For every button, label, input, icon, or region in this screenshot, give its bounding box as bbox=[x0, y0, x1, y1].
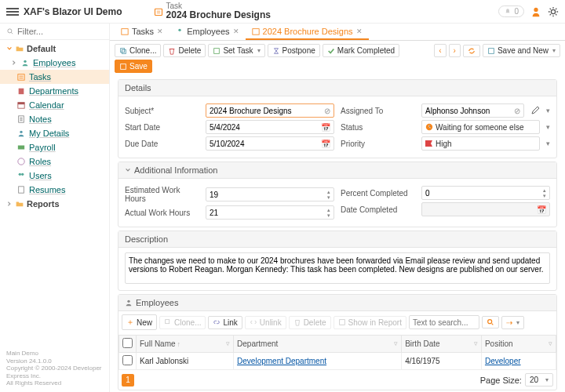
notification-bell[interactable]: 0 bbox=[498, 5, 524, 17]
start-date-field[interactable]: 📅 bbox=[206, 120, 334, 134]
footer: Main Demo Version 24.1.0.0 Copyright © 2… bbox=[0, 345, 109, 392]
svg-rect-11 bbox=[18, 146, 24, 150]
row-checkbox[interactable] bbox=[122, 355, 133, 365]
percent-field[interactable]: ▴▾ bbox=[421, 186, 550, 200]
close-icon[interactable]: ✕ bbox=[356, 27, 363, 35]
people-icon bbox=[125, 299, 133, 307]
table-row[interactable]: Karl Jablonski Development Department 4/… bbox=[119, 353, 556, 370]
tab-brochure[interactable]: 2024 Brochure Designs✕ bbox=[246, 24, 369, 40]
nav-item-users[interactable]: Users bbox=[0, 169, 109, 183]
calendar-icon[interactable]: 📅 bbox=[321, 140, 330, 148]
settings-gear-icon[interactable] bbox=[548, 6, 559, 17]
task-icon bbox=[213, 47, 221, 55]
step-up-icon[interactable]: ▴ bbox=[327, 207, 330, 212]
filter-icon[interactable]: ▿ bbox=[474, 339, 478, 347]
close-icon[interactable]: ✕ bbox=[157, 27, 163, 35]
page-size-select[interactable]: 20▾ bbox=[525, 373, 553, 387]
est-hours-field[interactable]: ▴▾ bbox=[206, 187, 334, 201]
save-new-button[interactable]: Save and New▾ bbox=[483, 44, 560, 57]
step-down-icon[interactable]: ▾ bbox=[327, 212, 330, 218]
select-all-checkbox[interactable] bbox=[122, 338, 133, 348]
assigned-field[interactable]: ⊘ bbox=[421, 103, 524, 118]
nav-item-mydetails[interactable]: My Details bbox=[0, 126, 109, 140]
menu-toggle-icon[interactable] bbox=[6, 6, 19, 17]
calendar-icon[interactable]: 📅 bbox=[321, 123, 330, 132]
clear-icon[interactable]: ⊘ bbox=[324, 107, 330, 115]
nav-group-reports[interactable]: Reports bbox=[0, 197, 109, 211]
bell-icon bbox=[504, 8, 512, 16]
chevron-down-icon bbox=[6, 45, 13, 52]
svg-point-10 bbox=[20, 131, 22, 133]
refresh-icon bbox=[468, 47, 476, 55]
sort-icon: ↑ bbox=[177, 340, 181, 348]
step-down-icon[interactable]: ▾ bbox=[543, 193, 546, 198]
trash-icon bbox=[293, 318, 301, 326]
dropdown-caret-icon[interactable]: ▾ bbox=[546, 107, 550, 114]
filter-icon[interactable]: ▿ bbox=[226, 339, 230, 347]
payroll-icon bbox=[17, 143, 25, 151]
close-icon[interactable]: ✕ bbox=[233, 27, 239, 35]
search-icon bbox=[487, 318, 494, 326]
nav-item-departments[interactable]: Departments bbox=[0, 84, 109, 98]
refresh-button[interactable] bbox=[463, 45, 480, 57]
nav-item-notes[interactable]: Notes bbox=[0, 112, 109, 126]
prev-button[interactable]: ‹ bbox=[434, 44, 446, 57]
dropdown-caret-icon[interactable]: ▾ bbox=[546, 140, 550, 147]
save-button[interactable]: Save bbox=[115, 60, 152, 73]
sidebar-filter-input[interactable] bbox=[17, 27, 103, 36]
tab-employees[interactable]: Employees✕ bbox=[170, 24, 245, 40]
search-button[interactable] bbox=[482, 316, 499, 328]
subject-field[interactable]: ⊘ bbox=[206, 103, 334, 118]
col-fullname[interactable]: Full Name↑▿ bbox=[137, 336, 234, 353]
nav-item-roles[interactable]: Roles bbox=[0, 154, 109, 169]
actual-hours-field[interactable]: ▴▾ bbox=[206, 205, 334, 220]
grid-search-input[interactable] bbox=[413, 318, 476, 327]
dept-link[interactable]: Development Department bbox=[237, 357, 326, 365]
set-task-button[interactable]: Set Task▾ bbox=[208, 44, 264, 57]
new-button[interactable]: ＋New bbox=[122, 314, 157, 330]
export-button[interactable]: ⇢▾ bbox=[501, 316, 524, 329]
nav-item-tasks[interactable]: Tasks bbox=[0, 70, 109, 84]
link-button[interactable]: Link bbox=[208, 316, 242, 329]
nav-group-default[interactable]: Default bbox=[0, 42, 109, 56]
priority-field[interactable]: High bbox=[421, 136, 540, 151]
link-icon bbox=[213, 318, 221, 326]
position-link[interactable]: Developer bbox=[485, 357, 521, 365]
nav-item-resumes[interactable]: Resumes bbox=[0, 183, 109, 197]
mark-completed-button[interactable]: Mark Completed bbox=[323, 44, 399, 57]
postpone-button[interactable]: Postpone bbox=[268, 44, 320, 57]
step-down-icon[interactable]: ▾ bbox=[327, 194, 330, 200]
col-department[interactable]: Department▿ bbox=[234, 336, 402, 353]
clear-icon[interactable]: ⊘ bbox=[514, 107, 520, 115]
export-icon: ⇢ bbox=[506, 318, 512, 327]
due-date-field[interactable]: 📅 bbox=[206, 136, 334, 151]
svg-rect-19 bbox=[121, 48, 125, 52]
svg-point-14 bbox=[21, 173, 24, 176]
details-header: Details bbox=[118, 80, 556, 96]
description-textarea[interactable] bbox=[125, 252, 550, 284]
delete-button[interactable]: Delete bbox=[163, 44, 206, 57]
additional-header[interactable]: Additional Information bbox=[118, 162, 556, 179]
dropdown-caret-icon[interactable]: ▾ bbox=[546, 123, 550, 131]
col-position[interactable]: Position▿ bbox=[481, 336, 556, 353]
breadcrumb: Task 2024 Brochure Designs bbox=[154, 2, 271, 20]
clone-button[interactable]: Clone... bbox=[115, 44, 161, 57]
status-field[interactable]: Waiting for someone else bbox=[421, 120, 540, 134]
filter-icon[interactable]: ▿ bbox=[394, 339, 398, 347]
tab-tasks[interactable]: Tasks✕ bbox=[115, 24, 170, 40]
step-up-icon[interactable]: ▴ bbox=[543, 187, 546, 193]
clock-icon bbox=[425, 123, 433, 131]
nav-item-employees[interactable]: Employees bbox=[0, 56, 109, 70]
user-avatar-icon[interactable] bbox=[530, 6, 541, 17]
page-number[interactable]: 1 bbox=[122, 374, 134, 387]
edit-icon[interactable] bbox=[530, 106, 540, 115]
col-birth[interactable]: Birth Date▿ bbox=[402, 336, 482, 353]
svg-rect-8 bbox=[18, 103, 24, 105]
nav-item-payroll[interactable]: Payroll bbox=[0, 140, 109, 154]
nav-item-calendar[interactable]: Calendar bbox=[0, 98, 109, 112]
next-button[interactable]: › bbox=[449, 44, 461, 57]
step-up-icon[interactable]: ▴ bbox=[327, 189, 330, 194]
filter-icon[interactable]: ▿ bbox=[549, 339, 552, 347]
employees-table: Full Name↑▿ Department▿ Birth Date▿ Posi… bbox=[118, 335, 556, 370]
clone-button: Clone... bbox=[159, 316, 206, 329]
